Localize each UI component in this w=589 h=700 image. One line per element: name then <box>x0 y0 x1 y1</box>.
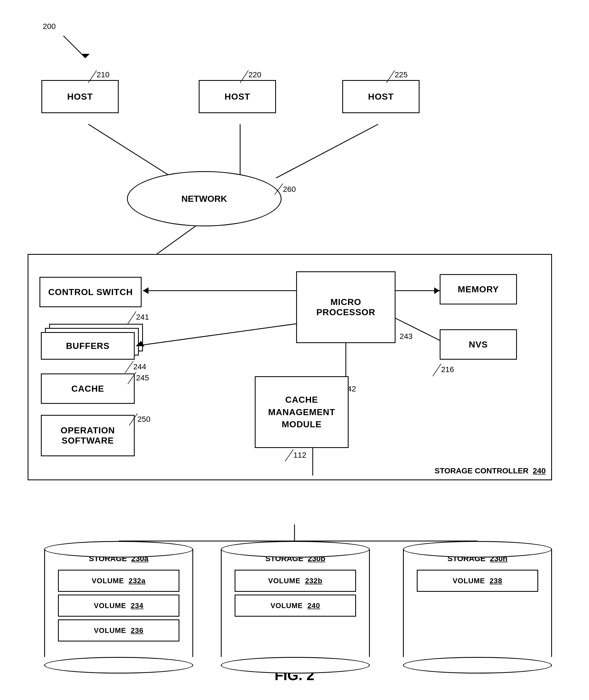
memory-label: MEMORY <box>458 284 499 295</box>
vol-240-box: VOLUME 240 <box>235 594 356 617</box>
host1-box: HOST <box>41 80 119 113</box>
storage-controller-box: CONTROL SWITCH 241 BUFFERS 244 CACHE 245 <box>28 254 552 480</box>
nvs-box: NVS <box>440 329 517 360</box>
network-ellipse: NETWORK <box>127 171 281 226</box>
ref-250: 250 <box>138 415 151 424</box>
ref-260: 260 <box>283 185 296 194</box>
svg-line-41 <box>433 364 441 376</box>
svg-line-33 <box>136 324 296 346</box>
buffers-label: BUFFERS <box>66 341 110 351</box>
vol-232b-box: VOLUME 232b <box>235 570 356 592</box>
svg-line-4 <box>276 124 378 178</box>
cache-label: CACHE <box>71 384 104 394</box>
cache-box: CACHE <box>41 373 135 404</box>
storage-controller-label: STORAGE CONTROLLER 240 <box>435 467 546 475</box>
host2-label: HOST <box>225 92 250 102</box>
vol-238-box: VOLUME 238 <box>417 570 538 592</box>
storage-b-cylinder: STORAGE 230b VOLUME 232b VOLUME 240 <box>221 541 370 674</box>
svg-marker-1 <box>81 54 90 58</box>
vol-232a-box: VOLUME 232a <box>58 570 179 592</box>
ref-244: 244 <box>133 362 146 371</box>
host1-label: HOST <box>67 92 93 102</box>
op-software-label: OPERATION SOFTWARE <box>61 425 115 446</box>
svg-line-0 <box>63 36 85 58</box>
microprocessor-label: MICRO PROCESSOR <box>316 297 375 317</box>
vol-236-box: VOLUME 236 <box>58 620 179 642</box>
ref-225: 225 <box>395 70 408 79</box>
control-switch-box: CONTROL SWITCH <box>39 277 142 307</box>
ref-220: 220 <box>248 70 261 79</box>
ref-200: 200 <box>43 22 56 31</box>
nvs-label: NVS <box>469 340 488 350</box>
diagram-container: 200 HOST 210 HOST 220 HOST 225 NETWORK 2… <box>0 0 589 700</box>
host2-box: HOST <box>199 80 276 113</box>
network-label: NETWORK <box>181 194 227 204</box>
ref-241: 241 <box>136 313 149 322</box>
vol-234-box: VOLUME 234 <box>58 594 179 617</box>
buffers-box: BUFFERS <box>41 332 135 360</box>
microprocessor-box: MICRO PROCESSOR <box>296 271 396 343</box>
svg-line-27 <box>128 311 136 324</box>
memory-box: MEMORY <box>440 274 517 305</box>
ref-216: 216 <box>441 365 454 374</box>
op-software-box: OPERATION SOFTWARE <box>41 415 135 456</box>
svg-line-42 <box>285 450 293 461</box>
storage-a-cylinder: STORAGE 230a VOLUME 232a VOLUME 234 VOLU… <box>44 541 193 674</box>
svg-line-2 <box>88 124 171 177</box>
svg-line-28 <box>125 361 133 373</box>
ref-243: 243 <box>400 332 413 341</box>
ref-245: 245 <box>136 373 149 382</box>
svg-marker-32 <box>143 287 149 294</box>
cache-mgmt-box: CACHE MANAGEMENT MODULE <box>255 376 349 448</box>
cache-mgmt-label: CACHE MANAGEMENT MODULE <box>268 394 335 430</box>
ref-210: 210 <box>96 70 110 79</box>
storage-n-cylinder: STORAGE 230n VOLUME 238 <box>403 541 552 674</box>
ref-112: 112 <box>293 451 307 460</box>
control-switch-label: CONTROL SWITCH <box>48 287 133 297</box>
host3-label: HOST <box>368 92 394 102</box>
host3-box: HOST <box>342 80 419 113</box>
svg-marker-38 <box>434 287 440 294</box>
